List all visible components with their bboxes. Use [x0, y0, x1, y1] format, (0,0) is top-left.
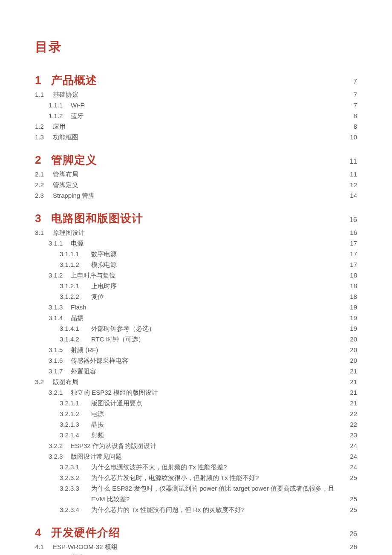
toc-entry[interactable]: 3.1.2.2复位18: [35, 292, 357, 302]
toc-entry-label: Flash: [71, 302, 350, 312]
toc-entry[interactable]: 1.2应用8: [35, 121, 357, 132]
toc-page: 12: [350, 180, 357, 190]
toc-entry-label: 复位: [91, 292, 350, 302]
toc-page: 24: [350, 441, 357, 451]
toc-entry[interactable]: 2.2管脚定义12: [35, 180, 357, 190]
toc-entry-label: ESP-WROOM-32 模组: [53, 542, 350, 552]
toc-page: 21: [350, 387, 357, 398]
toc-entry-num: 3.2.2: [49, 441, 71, 451]
toc-entry-num: 3.2.3.2: [60, 473, 91, 483]
toc-entry-label: RTC 时钟（可选）: [91, 334, 350, 344]
toc-chapter[interactable]: 3电路图和版图设计16: [35, 211, 357, 226]
toc-entry-num: 3.2.1.3: [60, 419, 91, 430]
toc-entry[interactable]: 3.2.1.1版图设计通用要点21: [35, 398, 357, 408]
toc-entry[interactable]: 3.2.2ESP32 作为从设备的版图设计24: [35, 441, 357, 451]
toc-entry-num: 3.2.1.2: [60, 409, 91, 419]
toc-entry-num: 1.3: [35, 132, 53, 142]
toc-entry-label: 电源: [91, 409, 350, 419]
toc-page: 17: [350, 249, 357, 259]
toc-page: 16: [350, 228, 357, 238]
toc-page: 22: [350, 419, 357, 430]
toc-entry-num: 3.1.7: [49, 366, 71, 376]
toc-entry-num: 3.2.1: [49, 387, 71, 398]
toc-entry-num: 1.1.1: [49, 100, 71, 110]
toc-chapter-num: 1: [35, 74, 51, 87]
toc-entry-num: 3.2.3: [49, 451, 71, 462]
toc-page: 21: [350, 377, 357, 387]
toc-entry-label: 概述: [71, 552, 350, 555]
toc-entry-num: 4.1.1: [49, 552, 71, 555]
toc-entry-label: 上电时序与复位: [71, 270, 350, 280]
toc-entry[interactable]: 3.1.2.1上电时序18: [35, 281, 357, 291]
toc-entry-label: 射频 (RF): [71, 345, 350, 355]
toc-page: 7: [354, 100, 357, 110]
toc-entry[interactable]: 3.1.1电源17: [35, 238, 357, 249]
toc-entry[interactable]: 3.2.3.1为什么电源纹波并不大，但射频的 Tx 性能很差?24: [35, 462, 357, 472]
toc-entry[interactable]: 3.1.1.2模拟电源17: [35, 260, 357, 270]
toc-entry[interactable]: 1.1.2蓝牙8: [35, 111, 357, 121]
toc-page: 8: [354, 121, 357, 132]
toc-page: 18: [350, 281, 357, 291]
toc-title: 目录: [35, 38, 357, 56]
toc-entry[interactable]: 3.1.4.1外部时钟参考（必选）19: [35, 324, 357, 334]
toc-entry-label: 晶振: [91, 419, 350, 430]
toc-entry-num: 3.1.4.1: [60, 324, 91, 334]
toc-entry[interactable]: 3.1.4.2RTC 时钟（可选）20: [35, 334, 357, 344]
toc-entry[interactable]: 3.2.3.2为什么芯片发包时，电源纹波很小，但射频的 Tx 性能不好?25: [35, 473, 357, 483]
toc-entry[interactable]: 3.2.1.2电源22: [35, 409, 357, 419]
toc-chapter-num: 3: [35, 212, 51, 225]
toc-page: 19: [350, 324, 357, 334]
toc-entry-num: 3.2.1.1: [60, 398, 91, 408]
toc-entry-num: 3.1.3: [49, 302, 71, 312]
toc-entry[interactable]: 3.1.7外置阻容21: [35, 366, 357, 376]
toc-chapter-num: 2: [35, 153, 51, 167]
toc-entry[interactable]: 3.1.4晶振19: [35, 313, 357, 323]
toc-entry-label: 传感器外部采样电容: [71, 356, 350, 366]
toc-entry-label: 为什么电源纹波并不大，但射频的 Tx 性能很差?: [91, 462, 350, 472]
toc-entry-continuation[interactable]: EVM 比较差?25: [35, 494, 357, 504]
toc-entry-label: 射频: [91, 430, 350, 440]
toc-page: 22: [350, 409, 357, 419]
toc-entry-num: 3.1.5: [49, 345, 71, 355]
toc-entry-num: 1.2: [35, 121, 53, 132]
toc-entry-label: 应用: [53, 121, 354, 132]
toc-entry[interactable]: 3.1.6传感器外部采样电容20: [35, 356, 357, 366]
toc-chapter[interactable]: 2管脚定义11: [35, 153, 357, 168]
toc-entry[interactable]: 2.1管脚布局11: [35, 169, 357, 179]
toc-entry-label: Wi-Fi: [71, 100, 354, 110]
toc-entry-label: ESP32 作为从设备的版图设计: [71, 441, 350, 451]
toc-entry[interactable]: 4.1ESP-WROOM-32 模组26: [35, 542, 357, 552]
toc-entry[interactable]: 3.1原理图设计16: [35, 228, 357, 238]
toc-entry[interactable]: 3.1.2上电时序与复位18: [35, 270, 357, 280]
toc-entry[interactable]: 2.3Strapping 管脚14: [35, 191, 357, 201]
toc-page: 23: [350, 430, 357, 440]
toc-chapter[interactable]: 1产品概述7: [35, 73, 357, 88]
toc-page: 11: [349, 158, 357, 165]
toc-entry[interactable]: 3.2.1.4射频23: [35, 430, 357, 440]
toc-entry-num: 3.2.3.3: [60, 483, 91, 494]
toc-entry-label: 为什么 ESP32 发包时，仪器测试到的 power 值比 target pow…: [91, 483, 357, 494]
toc-entry[interactable]: 1.1.1Wi-Fi7: [35, 100, 357, 110]
toc-page: 8: [354, 111, 357, 121]
toc-entry[interactable]: 3.2.3.3为什么 ESP32 发包时，仪器测试到的 power 值比 tar…: [35, 483, 357, 494]
toc-entry[interactable]: 3.2.1.3晶振22: [35, 419, 357, 430]
toc-entry[interactable]: 3.2.3.4为什么芯片的 Tx 性能没有问题，但 Rx 的灵敏度不好?25: [35, 505, 357, 515]
toc-entry[interactable]: 3.1.3Flash19: [35, 302, 357, 312]
toc-entry-label: 独立的 ESP32 模组的版图设计: [71, 387, 350, 398]
toc-entry[interactable]: 3.2.3版图设计常见问题24: [35, 451, 357, 462]
toc-chapter[interactable]: 4开发硬件介绍26: [35, 525, 357, 540]
toc-entry[interactable]: 4.1.1概述26: [35, 552, 357, 555]
toc-page: 18: [350, 270, 357, 280]
toc-entry[interactable]: 3.2.1独立的 ESP32 模组的版图设计21: [35, 387, 357, 398]
toc-entry[interactable]: 3.2版图布局21: [35, 377, 357, 387]
toc-chapter-num: 4: [35, 526, 51, 539]
toc-entry[interactable]: 1.1基础协议7: [35, 90, 357, 100]
toc-page: 10: [350, 132, 357, 142]
toc-entry-num: 3.2.3.4: [60, 505, 91, 515]
toc-entry-label: 功能框图: [53, 132, 350, 142]
toc-entry[interactable]: 3.1.1.1数字电源17: [35, 249, 357, 259]
toc-entry[interactable]: 1.3功能框图10: [35, 132, 357, 142]
toc-entry[interactable]: 3.1.5射频 (RF)20: [35, 345, 357, 355]
toc-entry-num: 3.1.4.2: [60, 334, 91, 344]
toc-page: 24: [350, 451, 357, 462]
